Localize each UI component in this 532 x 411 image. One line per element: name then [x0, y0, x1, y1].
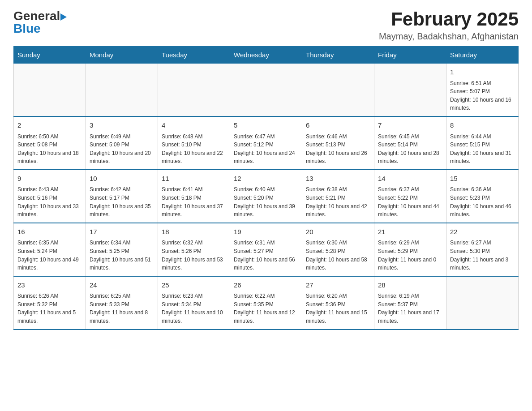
calendar-table: SundayMondayTuesdayWednesdayThursdayFrid… [13, 46, 519, 330]
weekday-header-monday: Monday [86, 47, 158, 64]
calendar-week-row: 1Sunrise: 6:51 AM Sunset: 5:07 PM Daylig… [14, 64, 519, 116]
day-info: Sunrise: 6:26 AM Sunset: 5:32 PM Dayligh… [17, 292, 82, 325]
calendar-cell: 23Sunrise: 6:26 AM Sunset: 5:32 PM Dayli… [14, 276, 86, 330]
calendar-cell: 10Sunrise: 6:42 AM Sunset: 5:17 PM Dayli… [86, 170, 158, 223]
calendar-cell: 13Sunrise: 6:38 AM Sunset: 5:21 PM Dayli… [302, 170, 374, 223]
day-info: Sunrise: 6:51 AM Sunset: 5:07 PM Dayligh… [450, 79, 515, 112]
day-info: Sunrise: 6:37 AM Sunset: 5:22 PM Dayligh… [378, 185, 442, 218]
calendar-cell [302, 64, 374, 116]
calendar-week-row: 16Sunrise: 6:35 AM Sunset: 5:24 PM Dayli… [14, 223, 519, 276]
day-info: Sunrise: 6:50 AM Sunset: 5:08 PM Dayligh… [17, 133, 82, 166]
day-info: Sunrise: 6:47 AM Sunset: 5:12 PM Dayligh… [234, 133, 298, 166]
logo-blue-text: Blue [13, 21, 41, 35]
day-info: Sunrise: 6:22 AM Sunset: 5:35 PM Dayligh… [234, 292, 298, 325]
day-number: 5 [234, 120, 298, 131]
weekday-header-row: SundayMondayTuesdayWednesdayThursdayFrid… [14, 47, 519, 64]
calendar-cell: 4Sunrise: 6:48 AM Sunset: 5:10 PM Daylig… [158, 116, 230, 170]
day-number: 15 [450, 174, 515, 184]
day-number: 24 [90, 280, 154, 291]
day-info: Sunrise: 6:43 AM Sunset: 5:16 PM Dayligh… [17, 185, 82, 218]
day-info: Sunrise: 6:32 AM Sunset: 5:26 PM Dayligh… [162, 239, 226, 272]
day-number: 26 [234, 280, 298, 291]
calendar-cell: 16Sunrise: 6:35 AM Sunset: 5:24 PM Dayli… [14, 223, 86, 276]
day-info: Sunrise: 6:30 AM Sunset: 5:28 PM Dayligh… [306, 239, 370, 272]
calendar-week-row: 23Sunrise: 6:26 AM Sunset: 5:32 PM Dayli… [14, 276, 519, 330]
calendar-cell: 21Sunrise: 6:29 AM Sunset: 5:29 PM Dayli… [374, 223, 446, 276]
day-info: Sunrise: 6:38 AM Sunset: 5:21 PM Dayligh… [306, 185, 370, 218]
day-info: Sunrise: 6:48 AM Sunset: 5:10 PM Dayligh… [162, 133, 226, 166]
day-number: 27 [306, 280, 370, 291]
title-block: February 2025 Maymay, Badakhshan, Afghan… [379, 9, 519, 42]
day-number: 11 [162, 174, 226, 184]
day-number: 13 [306, 174, 370, 184]
day-info: Sunrise: 6:40 AM Sunset: 5:20 PM Dayligh… [234, 185, 298, 218]
calendar-cell [374, 64, 446, 116]
day-number: 1 [450, 67, 515, 77]
day-number: 3 [90, 120, 154, 131]
day-number: 18 [162, 227, 226, 237]
day-info: Sunrise: 6:23 AM Sunset: 5:34 PM Dayligh… [162, 292, 226, 325]
calendar-cell: 3Sunrise: 6:49 AM Sunset: 5:09 PM Daylig… [86, 116, 158, 170]
calendar-cell: 11Sunrise: 6:41 AM Sunset: 5:18 PM Dayli… [158, 170, 230, 223]
day-number: 25 [162, 280, 226, 291]
weekday-header-tuesday: Tuesday [158, 47, 230, 64]
day-number: 16 [17, 227, 82, 237]
weekday-header-wednesday: Wednesday [230, 47, 302, 64]
day-number: 9 [17, 174, 82, 184]
day-info: Sunrise: 6:36 AM Sunset: 5:23 PM Dayligh… [450, 185, 515, 218]
day-info: Sunrise: 6:20 AM Sunset: 5:36 PM Dayligh… [306, 292, 370, 325]
day-info: Sunrise: 6:49 AM Sunset: 5:09 PM Dayligh… [90, 133, 154, 166]
day-info: Sunrise: 6:44 AM Sunset: 5:15 PM Dayligh… [450, 133, 515, 166]
calendar-cell [158, 64, 230, 116]
calendar-cell: 22Sunrise: 6:27 AM Sunset: 5:30 PM Dayli… [446, 223, 519, 276]
calendar-cell: 18Sunrise: 6:32 AM Sunset: 5:26 PM Dayli… [158, 223, 230, 276]
day-number: 14 [378, 174, 442, 184]
calendar-cell: 26Sunrise: 6:22 AM Sunset: 5:35 PM Dayli… [230, 276, 302, 330]
day-number: 10 [90, 174, 154, 184]
calendar-cell [86, 64, 158, 116]
calendar-cell [230, 64, 302, 116]
calendar-cell: 15Sunrise: 6:36 AM Sunset: 5:23 PM Dayli… [446, 170, 519, 223]
weekday-header-saturday: Saturday [446, 47, 519, 64]
day-info: Sunrise: 6:34 AM Sunset: 5:25 PM Dayligh… [90, 239, 154, 272]
day-info: Sunrise: 6:25 AM Sunset: 5:33 PM Dayligh… [90, 292, 154, 325]
calendar-cell: 5Sunrise: 6:47 AM Sunset: 5:12 PM Daylig… [230, 116, 302, 170]
calendar-title: February 2025 [379, 9, 519, 30]
day-info: Sunrise: 6:35 AM Sunset: 5:24 PM Dayligh… [17, 239, 82, 272]
day-info: Sunrise: 6:45 AM Sunset: 5:14 PM Dayligh… [378, 133, 442, 166]
day-number: 7 [378, 120, 442, 131]
day-number: 23 [17, 280, 82, 291]
calendar-cell: 20Sunrise: 6:30 AM Sunset: 5:28 PM Dayli… [302, 223, 374, 276]
calendar-cell: 28Sunrise: 6:19 AM Sunset: 5:37 PM Dayli… [374, 276, 446, 330]
calendar-cell: 27Sunrise: 6:20 AM Sunset: 5:36 PM Dayli… [302, 276, 374, 330]
calendar-cell: 9Sunrise: 6:43 AM Sunset: 5:16 PM Daylig… [14, 170, 86, 223]
calendar-cell: 12Sunrise: 6:40 AM Sunset: 5:20 PM Dayli… [230, 170, 302, 223]
logo-arrow-icon [60, 13, 67, 21]
day-number: 22 [450, 227, 515, 237]
day-info: Sunrise: 6:42 AM Sunset: 5:17 PM Dayligh… [90, 185, 154, 218]
calendar-cell: 7Sunrise: 6:45 AM Sunset: 5:14 PM Daylig… [374, 116, 446, 170]
day-info: Sunrise: 6:27 AM Sunset: 5:30 PM Dayligh… [450, 239, 515, 272]
calendar-cell: 6Sunrise: 6:46 AM Sunset: 5:13 PM Daylig… [302, 116, 374, 170]
day-number: 17 [90, 227, 154, 237]
calendar-cell: 14Sunrise: 6:37 AM Sunset: 5:22 PM Dayli… [374, 170, 446, 223]
day-number: 8 [450, 120, 515, 131]
weekday-header-thursday: Thursday [302, 47, 374, 64]
day-number: 20 [306, 227, 370, 237]
calendar-cell [14, 64, 86, 116]
calendar-week-row: 2Sunrise: 6:50 AM Sunset: 5:08 PM Daylig… [14, 116, 519, 170]
day-info: Sunrise: 6:41 AM Sunset: 5:18 PM Dayligh… [162, 185, 226, 218]
weekday-header-sunday: Sunday [14, 47, 86, 64]
day-info: Sunrise: 6:31 AM Sunset: 5:27 PM Dayligh… [234, 239, 298, 272]
page-header: General Blue February 2025 Maymay, Badak… [13, 9, 519, 42]
calendar-cell: 25Sunrise: 6:23 AM Sunset: 5:34 PM Dayli… [158, 276, 230, 330]
day-number: 21 [378, 227, 442, 237]
day-info: Sunrise: 6:19 AM Sunset: 5:37 PM Dayligh… [378, 292, 442, 325]
calendar-cell: 8Sunrise: 6:44 AM Sunset: 5:15 PM Daylig… [446, 116, 519, 170]
calendar-cell: 24Sunrise: 6:25 AM Sunset: 5:33 PM Dayli… [86, 276, 158, 330]
day-info: Sunrise: 6:29 AM Sunset: 5:29 PM Dayligh… [378, 239, 442, 272]
weekday-header-friday: Friday [374, 47, 446, 64]
day-number: 6 [306, 120, 370, 131]
calendar-cell: 17Sunrise: 6:34 AM Sunset: 5:25 PM Dayli… [86, 223, 158, 276]
day-number: 4 [162, 120, 226, 131]
